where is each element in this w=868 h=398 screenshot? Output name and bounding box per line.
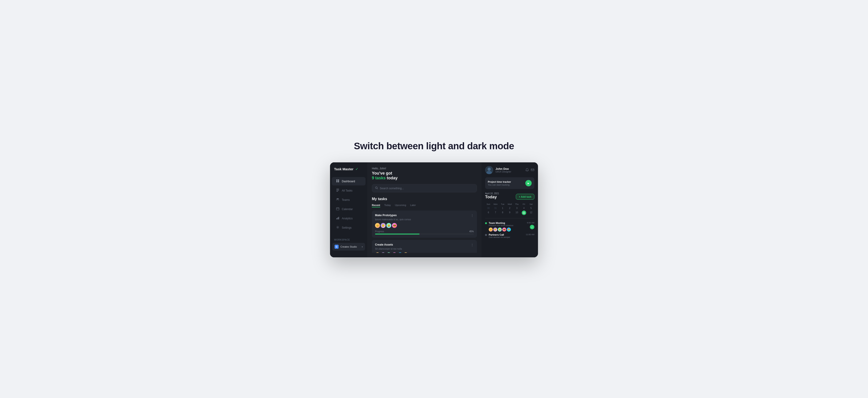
progress-fill-1 (375, 234, 420, 235)
tab-later[interactable]: Later (410, 204, 416, 207)
task-avatars-1: 😊 🙂 😄 😎 (375, 223, 474, 228)
workspace-icon: G (335, 245, 339, 249)
cal-day-sat: Sat (528, 203, 534, 205)
sidebar-item-calendar[interactable]: Calendar (332, 205, 366, 213)
cal-date-7[interactable]: 7 (492, 211, 499, 215)
event-avatars-1: 😊 🙂 😄 😎 🤩 (489, 227, 525, 232)
avatar-b1: 😊 (375, 252, 380, 253)
tasks-list: Make Prototypes ⋮ Ipsum malesuada id ac,… (372, 211, 477, 253)
progress-bar-1 (375, 234, 474, 235)
sidebar-item-settings[interactable]: Settings (332, 223, 366, 232)
tab-today[interactable]: Today (384, 204, 391, 207)
user-info: John Doe UI/UX Designer (495, 167, 523, 173)
sidebar-label-settings: Settings (342, 226, 351, 229)
cal-date-2[interactable]: 2 (506, 206, 513, 210)
sidebar-label-dashboard: Dashboard (342, 180, 355, 183)
cal-date-6[interactable]: 6 (485, 211, 492, 215)
cal-date-30[interactable]: 30 (485, 206, 492, 210)
svg-rect-5 (336, 190, 339, 190)
page-headline: Switch between light and dark mode (354, 141, 514, 152)
cal-date-5[interactable]: 5 (528, 206, 534, 210)
user-profile: John Doe UI/UX Designer (485, 166, 534, 174)
cal-date-8[interactable]: 8 (499, 211, 506, 215)
events-section: Team Meeting Posuere non amet vivamus 😊 … (485, 222, 534, 239)
cal-date-1[interactable]: 1 (499, 206, 506, 210)
event-content-1: Team Meeting Posuere non amet vivamus 😊 … (489, 222, 525, 232)
user-name: John Doe (495, 167, 523, 171)
calendar-grid: Sun Mon Tue Wed Thu Fri Sat 30 31 1 2 3 (485, 203, 534, 215)
event-team-meeting[interactable]: Team Meeting Posuere non amet vivamus 😊 … (485, 222, 534, 232)
sidebar-item-teams[interactable]: Teams (332, 195, 366, 204)
cal-date-3[interactable]: 3 (514, 206, 520, 210)
search-bar[interactable]: Search something... (372, 184, 477, 192)
event-check-1[interactable]: ✓ (530, 225, 534, 229)
calendar-dates: 30 31 1 2 3 4 5 6 7 8 9 10 11 12 (485, 206, 534, 215)
avatar-2: 🙂 (381, 223, 385, 228)
event-dot-2 (485, 234, 487, 236)
task-desc-2: Sit ullamcorper id nisi nulla (375, 248, 474, 250)
search-icon (375, 187, 378, 190)
cal-date-9[interactable]: 9 (506, 211, 513, 215)
settings-icon (336, 226, 340, 229)
svg-rect-3 (338, 181, 339, 182)
avatar-1: 😊 (375, 223, 380, 228)
cal-day-fri: Fri (521, 203, 527, 205)
ev-avatar-2: 🙂 (493, 227, 497, 232)
logo-text: Task Master (334, 167, 353, 171)
right-panel: John Doe UI/UX Designer (482, 162, 538, 257)
event-dot-1 (485, 222, 487, 224)
cal-date-11-today[interactable]: 11 (522, 211, 526, 215)
svg-point-7 (337, 198, 338, 200)
task-card-create-assets[interactable]: Create Assets ⋮ Sit ullamcorper id nisi … (372, 240, 477, 253)
sidebar: Task Master ✓ Dashboard (330, 162, 367, 257)
task-avatars-2: 😊 🙂 😄 😎 🤩 😇 (375, 252, 474, 253)
tab-upcoming[interactable]: Upcoming (395, 204, 406, 207)
sidebar-item-dashboard[interactable]: Dashboard (332, 177, 366, 185)
calendar-date: April 10, 2021 (485, 192, 499, 195)
workspace-name: Createx Studio (340, 245, 360, 248)
task-menu-icon-1[interactable]: ⋮ (471, 214, 474, 217)
workspace-section: Workspace G Createx Studio ▾ (330, 239, 367, 253)
user-actions (525, 168, 534, 172)
avatar-b4: 😎 (392, 252, 397, 253)
logo-check-icon: ✓ (355, 167, 358, 171)
sidebar-item-analytics[interactable]: Analytics (332, 214, 366, 222)
event-time-1: 9:00 AM (527, 222, 534, 224)
svg-point-20 (488, 167, 491, 171)
event-time-2: 11:00 AM (526, 233, 534, 236)
svg-rect-2 (336, 181, 338, 182)
svg-rect-9 (336, 208, 339, 210)
event-partners-call[interactable]: Partners Call Duis aenean mi semper 11:0… (485, 233, 534, 239)
main-content: Hello, John! You've got 9 tasks today Se… (367, 162, 482, 257)
bell-icon[interactable] (525, 168, 529, 172)
greeting-title: You've got 9 tasks today (372, 171, 477, 180)
calendar-icon (336, 207, 340, 211)
my-tasks-title: My tasks (372, 197, 477, 201)
event-title-2: Partners Call (489, 233, 524, 236)
mail-icon[interactable] (531, 168, 534, 172)
cal-date-12[interactable]: 12 (528, 211, 534, 215)
time-tracker: Project time tracker You can start track… (485, 177, 534, 189)
cal-date-10[interactable]: 10 (514, 211, 520, 215)
avatar-4: 😎 (392, 223, 397, 228)
svg-rect-0 (336, 180, 338, 181)
play-button[interactable]: ▶ (525, 180, 532, 186)
tracker-subtitle: You can start tracking. (488, 184, 523, 186)
tab-recent[interactable]: Recent (372, 204, 380, 207)
add-task-button[interactable]: + Add task (516, 194, 534, 200)
cal-date-4[interactable]: 4 (521, 206, 527, 210)
sidebar-item-all-tasks[interactable]: All Tasks (332, 186, 366, 195)
svg-rect-14 (338, 218, 338, 219)
svg-point-17 (375, 187, 377, 189)
tasks-tabs: Recent Today Upcoming Later (372, 204, 477, 207)
cal-date-31[interactable]: 31 (492, 206, 499, 210)
task-card-make-prototypes[interactable]: Make Prototypes ⋮ Ipsum malesuada id ac,… (372, 211, 477, 238)
task-menu-icon-2[interactable]: ⋮ (471, 243, 474, 247)
calendar-section: April 10, 2021 Today + Add task Sun Mon … (485, 192, 534, 215)
svg-point-8 (338, 198, 339, 199)
greeting-text: Hello, John! (372, 167, 477, 170)
workspace-label: Workspace (332, 239, 365, 241)
chevron-down-icon: ▾ (362, 246, 363, 248)
avatar-b2: 🙂 (381, 252, 385, 253)
workspace-selector[interactable]: G Createx Studio ▾ (332, 243, 365, 250)
